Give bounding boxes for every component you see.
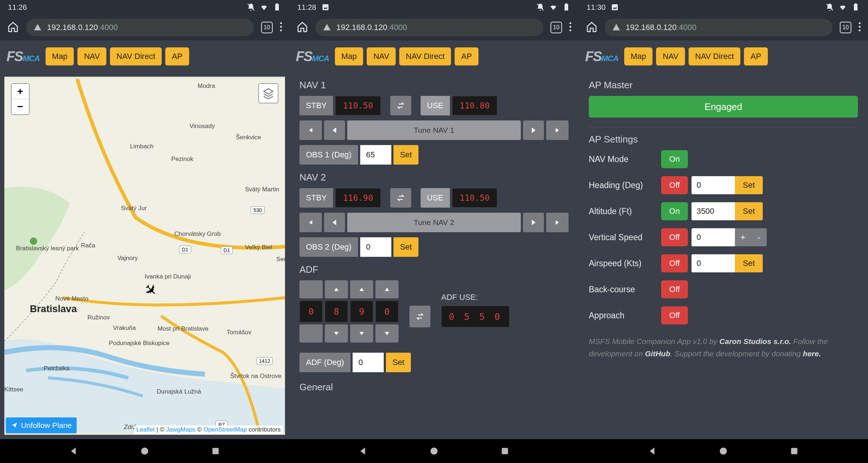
github-link[interactable]: GitHub	[645, 349, 670, 358]
adf-deg-set-button[interactable]: Set	[386, 353, 411, 372]
heading-toggle[interactable]: Off	[661, 176, 688, 194]
zoom-in-button[interactable]: +	[12, 84, 29, 99]
adf-d0-up[interactable]	[299, 280, 323, 298]
back-icon[interactable]	[648, 446, 657, 456]
recent-icon[interactable]	[790, 446, 799, 456]
svg-point-56	[720, 447, 727, 455]
vspeed-plus-button[interactable]: +	[735, 228, 751, 246]
nav-map[interactable]: Map	[624, 47, 653, 65]
home-icon[interactable]	[586, 21, 597, 34]
adf-d0-down[interactable]	[299, 324, 323, 343]
home-icon[interactable]	[297, 21, 308, 34]
recent-icon[interactable]	[211, 446, 220, 456]
zoom-out-button[interactable]: −	[12, 99, 29, 114]
svg-text:Bratislavský lesný park: Bratislavský lesný park	[16, 245, 79, 252]
recent-icon[interactable]	[500, 446, 510, 456]
adf-d2-up[interactable]	[350, 280, 373, 298]
altitude-input[interactable]	[692, 202, 735, 220]
backcourse-toggle[interactable]: Off	[661, 280, 688, 298]
heading-input[interactable]	[692, 176, 735, 194]
adf-d2-down[interactable]	[350, 324, 373, 343]
adf-d1-down[interactable]	[325, 324, 348, 343]
nav1-big-down[interactable]	[299, 120, 322, 140]
url-bar[interactable]: 192.168.0.120:4000	[605, 19, 833, 36]
menu-icon[interactable]	[569, 22, 571, 33]
obs1-input[interactable]	[360, 145, 391, 165]
tab-count[interactable]: 10	[550, 22, 562, 33]
vspeed-minus-button[interactable]: -	[751, 228, 767, 246]
altitude-toggle[interactable]: On	[661, 202, 688, 220]
nav-direct[interactable]: NAV Direct	[110, 47, 162, 65]
unfollow-plane-button[interactable]: Unfollow Plane	[6, 417, 77, 433]
nav1-small-down[interactable]	[324, 120, 345, 140]
nav2-big-down[interactable]	[299, 213, 322, 232]
url-bar[interactable]: 192.168.0.120:4000	[315, 19, 543, 36]
menu-icon[interactable]	[859, 22, 861, 33]
nav-ap[interactable]: AP	[744, 47, 767, 65]
adf-deg-input[interactable]	[353, 353, 384, 372]
adf-digit-1: 8	[325, 301, 348, 322]
donate-link[interactable]: here.	[803, 349, 821, 358]
map[interactable]: Modra Vinosady Šenkvice Limbach Pezinok …	[4, 77, 285, 435]
adf-d3-up[interactable]	[375, 280, 399, 298]
nav-mode-toggle[interactable]: On	[661, 150, 688, 168]
nav2-swap-button[interactable]	[390, 188, 411, 208]
url-bar[interactable]: 192.168.0.120:4000	[26, 19, 254, 36]
back-icon[interactable]	[69, 446, 78, 456]
heading-set-button[interactable]: Set	[735, 176, 763, 194]
layers-button[interactable]	[258, 83, 278, 103]
adf-use-value: 0 5 5 0	[441, 306, 510, 327]
airspeed-set-button[interactable]: Set	[735, 254, 763, 272]
obs2-set-button[interactable]: Set	[393, 237, 418, 257]
warning-icon	[33, 23, 42, 32]
nav-nav[interactable]: NAV	[367, 47, 396, 65]
vspeed-toggle[interactable]: Off	[661, 228, 688, 246]
home-nav-icon[interactable]	[429, 446, 439, 456]
nav-ap[interactable]: AP	[165, 47, 189, 65]
svg-point-48	[570, 30, 571, 31]
approach-toggle[interactable]: Off	[661, 306, 688, 324]
nav-nav[interactable]: NAV	[656, 47, 685, 65]
ap-engaged-button[interactable]: Engaged	[589, 96, 858, 118]
nav2-small-up[interactable]	[523, 213, 544, 232]
nav-direct[interactable]: NAV Direct	[689, 47, 740, 65]
back-icon[interactable]	[358, 446, 368, 456]
obs2-input[interactable]	[360, 237, 391, 257]
app-logo: FS MCA	[7, 49, 40, 64]
airspeed-toggle[interactable]: Off	[661, 254, 688, 272]
nav-content: NAV 1 STBY 110.50 USE 110.80 Tune NAV 1 …	[289, 72, 579, 439]
home-nav-icon[interactable]	[719, 446, 728, 456]
heading-label: Heading (Deg)	[589, 180, 658, 190]
svg-text:Nové Mesto: Nové Mesto	[55, 295, 88, 302]
obs1-label: OBS 1 (Deg)	[299, 145, 358, 165]
tab-count[interactable]: 10	[261, 22, 273, 33]
nav2-small-down[interactable]	[324, 213, 345, 232]
home-icon[interactable]	[7, 21, 19, 34]
svg-text:Ružinov: Ružinov	[88, 314, 110, 321]
adf-swap-button[interactable]	[409, 306, 430, 327]
svg-text:D1: D1	[182, 247, 188, 252]
location-icon	[11, 422, 18, 429]
nav-nav[interactable]: NAV	[77, 47, 106, 65]
adf-d1-up[interactable]	[325, 280, 348, 298]
nav-map[interactable]: Map	[46, 47, 74, 65]
airspeed-input[interactable]	[692, 254, 735, 272]
nav-map[interactable]: Map	[335, 47, 363, 65]
map-attribution: Leaflet | © JawgMaps © OpenStreetMap con…	[134, 425, 283, 434]
altitude-set-button[interactable]: Set	[735, 202, 763, 220]
adf-d3-down[interactable]	[375, 324, 399, 343]
nav-direct[interactable]: NAV Direct	[399, 47, 451, 65]
svg-point-31	[30, 238, 37, 245]
nav-ap[interactable]: AP	[455, 47, 478, 65]
nav2-big-up[interactable]	[546, 213, 569, 232]
obs1-set-button[interactable]: Set	[393, 145, 418, 165]
vspeed-input[interactable]	[692, 228, 735, 246]
app-header: FSMCA Map NAV NAV Direct AP	[289, 41, 579, 72]
nav1-swap-button[interactable]	[390, 96, 411, 115]
home-nav-icon[interactable]	[140, 446, 149, 456]
svg-point-55	[859, 30, 861, 31]
nav1-big-up[interactable]	[546, 120, 569, 140]
tab-count[interactable]: 10	[840, 22, 851, 33]
nav1-small-up[interactable]	[523, 120, 544, 140]
menu-icon[interactable]	[280, 22, 282, 33]
